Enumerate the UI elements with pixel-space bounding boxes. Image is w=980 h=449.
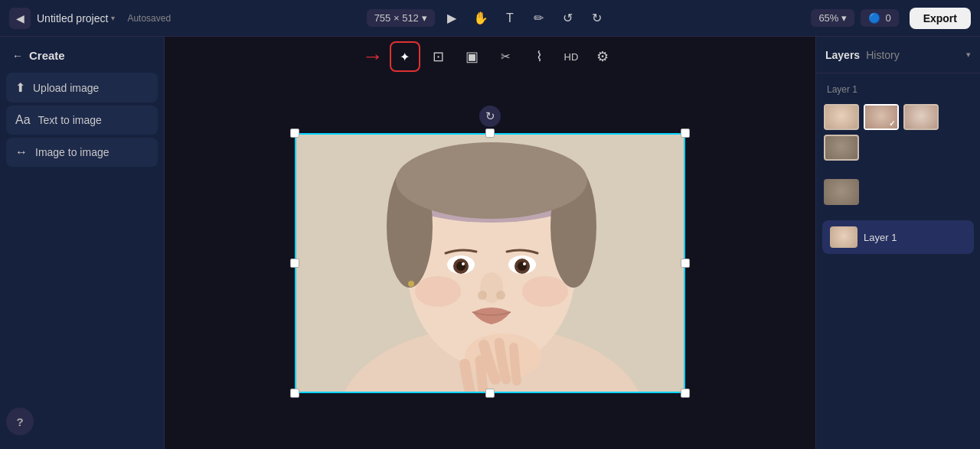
create-back-icon: ← xyxy=(12,50,23,62)
layer-item-thumbnail xyxy=(830,226,858,248)
move-tool-button[interactable]: ✋ xyxy=(469,6,493,31)
tab-layers[interactable]: Layers xyxy=(825,46,860,64)
handle-bottom-middle[interactable] xyxy=(485,389,495,398)
dimensions-value: 755 × 512 xyxy=(374,12,419,24)
settings-icon: ⚙ xyxy=(596,48,609,65)
thumb-2-image xyxy=(865,106,897,129)
upload-image-label: Upload image xyxy=(33,82,99,94)
magic-wand-button[interactable]: ✦ xyxy=(390,41,420,72)
back-icon: ◀ xyxy=(16,12,24,24)
project-name: Untitled project xyxy=(37,12,108,24)
layer-thumbnails xyxy=(822,101,974,164)
sidebar-item-upload-image[interactable]: ⬆ Upload image xyxy=(6,73,158,102)
text-tool-button[interactable]: T xyxy=(498,6,522,31)
sync-count: 0 xyxy=(885,12,890,24)
handle-top-middle[interactable] xyxy=(485,129,495,138)
zoom-value: 65% xyxy=(818,12,838,24)
canvas-area: → ✦ ⊡ ▣ ✂ ⌇ HD ⚙ ↻ xyxy=(165,37,815,449)
frame-button[interactable]: ▣ xyxy=(457,41,488,72)
canvas-image-content xyxy=(296,135,684,392)
text-image-icon: Aa xyxy=(15,113,31,127)
undo-button[interactable]: ↺ xyxy=(556,6,580,31)
right-panel-tabs: Layers History ▾ xyxy=(816,37,980,73)
layer-thumbnail-4[interactable] xyxy=(824,135,859,161)
select-icon: ▶ xyxy=(447,11,456,25)
help-icon: ? xyxy=(16,415,23,428)
topbar: ◀ Untitled project ▾ Autosaved 755 × 512… xyxy=(0,0,980,37)
canvas-toolbar: → ✦ ⊡ ▣ ✂ ⌇ HD ⚙ xyxy=(165,37,815,76)
export-button[interactable]: Export xyxy=(910,8,971,29)
undo-icon: ↺ xyxy=(563,11,573,25)
right-panel-chevron-icon[interactable]: ▾ xyxy=(966,50,971,60)
layer-thumbnail-3[interactable] xyxy=(903,104,939,130)
sidebar-item-text-to-image[interactable]: Aa Text to image xyxy=(6,106,158,135)
autosaved-label: Autosaved xyxy=(127,13,171,24)
select-tool-button[interactable]: ▶ xyxy=(439,6,464,31)
text-icon: T xyxy=(506,11,514,25)
refresh-button[interactable]: ↻ xyxy=(479,106,501,127)
handle-top-left[interactable] xyxy=(290,129,299,138)
settings-button[interactable]: ⚙ xyxy=(587,41,618,72)
image-to-image-label: Image to image xyxy=(35,146,109,158)
brush-button[interactable]: ⌇ xyxy=(524,41,555,72)
eraser-button[interactable]: ✂ xyxy=(491,41,521,72)
canvas-image-container[interactable]: ↻ xyxy=(295,133,685,393)
hd-label[interactable]: HD xyxy=(558,48,585,66)
svg-point-16 xyxy=(523,262,526,265)
text-to-image-label: Text to image xyxy=(38,114,102,126)
handle-middle-left[interactable] xyxy=(290,259,299,268)
project-title[interactable]: Untitled project ▾ xyxy=(37,12,115,24)
handle-middle-right[interactable] xyxy=(681,259,690,268)
eraser-icon: ✂ xyxy=(501,50,511,63)
sync-button[interactable]: 🔵 0 xyxy=(861,9,898,27)
svg-point-18 xyxy=(478,291,487,300)
left-panel: ← Create ⬆ Upload image Aa Text to image… xyxy=(0,37,165,449)
zoom-chevron-icon: ▾ xyxy=(841,12,847,24)
crop-icon: ⊡ xyxy=(433,48,444,65)
project-chevron-icon: ▾ xyxy=(111,14,115,22)
canvas-wrapper: ↻ xyxy=(165,76,815,449)
back-button[interactable]: ◀ xyxy=(9,8,31,29)
thumb-5-image xyxy=(824,179,859,205)
handle-bottom-left[interactable] xyxy=(290,389,299,398)
dimensions-selector[interactable]: 755 × 512 ▾ xyxy=(367,9,435,27)
magic-wand-icon: ✦ xyxy=(400,50,410,64)
move-icon: ✋ xyxy=(473,11,488,25)
arrow-indicator: → xyxy=(362,44,384,69)
svg-point-20 xyxy=(415,276,461,307)
layer-thumbnail-2[interactable] xyxy=(864,104,899,130)
svg-point-21 xyxy=(522,276,568,307)
layer-thumbnail-5[interactable] xyxy=(824,179,859,205)
tab-history[interactable]: History xyxy=(866,46,900,64)
dimensions-chevron-icon: ▾ xyxy=(422,12,427,24)
crop-button[interactable]: ⊡ xyxy=(423,41,454,72)
thumb-4-image xyxy=(825,136,858,159)
create-header[interactable]: ← Create xyxy=(6,44,158,70)
create-label: Create xyxy=(29,49,65,62)
redo-button[interactable]: ↻ xyxy=(585,6,609,31)
handle-top-right[interactable] xyxy=(681,129,690,138)
svg-point-19 xyxy=(496,291,505,300)
svg-point-12 xyxy=(462,262,465,265)
redo-icon: ↻ xyxy=(592,11,602,25)
thumb-3-image xyxy=(905,106,937,129)
pen-tool-button[interactable]: ✏ xyxy=(527,6,551,31)
layer-group-label: Layer 1 xyxy=(822,81,974,101)
handle-bottom-right[interactable] xyxy=(681,389,690,398)
layer-thumbnails-row2 xyxy=(822,176,974,208)
sidebar-item-image-to-image[interactable]: ↔ Image to image xyxy=(6,138,158,167)
help-button[interactable]: ? xyxy=(6,408,34,435)
canvas-image xyxy=(295,133,685,393)
layer-item-thumb-image xyxy=(830,226,858,248)
topbar-tools: 755 × 512 ▾ ▶ ✋ T ✏ ↺ ↻ xyxy=(367,6,609,31)
layer-thumbnail-1[interactable] xyxy=(824,104,859,130)
zoom-selector[interactable]: 65% ▾ xyxy=(811,9,854,27)
frame-icon: ▣ xyxy=(466,48,479,65)
layers-content: Layer 1 xyxy=(816,73,980,449)
svg-point-8 xyxy=(396,142,587,219)
brush-icon: ⌇ xyxy=(536,48,543,65)
layer-item[interactable]: Layer 1 xyxy=(822,220,974,254)
right-panel: Layers History ▾ Layer 1 xyxy=(815,37,980,449)
main-area: ← Create ⬆ Upload image Aa Text to image… xyxy=(0,37,980,449)
upload-icon: ⬆ xyxy=(15,80,25,95)
